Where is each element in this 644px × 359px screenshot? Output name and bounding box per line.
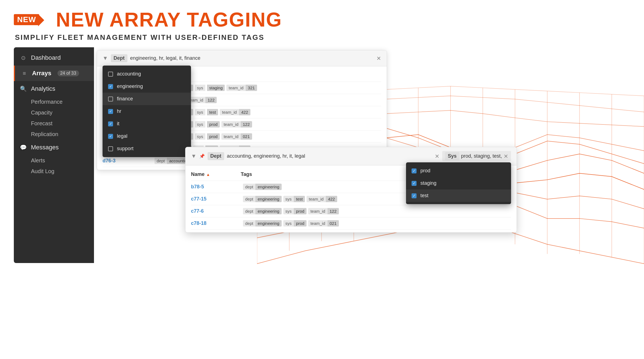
panel1-filter-bar: ▼ Dept engineering, hr, legal, it, finan… bbox=[97, 50, 387, 66]
sidebar-label-dashboard: Dashboard bbox=[31, 54, 61, 61]
dropdown-label-it: it bbox=[117, 121, 119, 127]
sidebar-item-analytics[interactable]: 🔍 Analytics bbox=[14, 81, 94, 97]
filter-icon-1: ▼ bbox=[103, 55, 108, 61]
page-title: NEW ARRAY TAGGING bbox=[56, 8, 282, 31]
row-name-c78-18-p2[interactable]: c78-18 bbox=[191, 220, 241, 226]
tag-teamid-b78-5: team_id321 bbox=[226, 85, 257, 91]
sidebar-sub-replication[interactable]: Replication bbox=[31, 129, 94, 140]
tag-sys-c77-15: sys bbox=[195, 109, 206, 115]
dropdown-item-engineering[interactable]: ✓ engineering bbox=[103, 80, 191, 93]
checkbox-it[interactable]: ✓ bbox=[108, 121, 113, 126]
row-name-c77-15-p2[interactable]: c77-15 bbox=[191, 196, 241, 202]
analytics-submenu: Performance Capacity Forecast Replicatio… bbox=[14, 97, 94, 140]
sidebar-item-arrays[interactable]: ≡ Arrays 24 of 33 bbox=[14, 66, 94, 81]
dropdown-item-staging[interactable]: ✓ staging bbox=[406, 177, 511, 189]
checkbox-finance[interactable] bbox=[108, 97, 113, 102]
messages-icon: 💬 bbox=[19, 144, 27, 151]
analytics-icon: 🔍 bbox=[19, 85, 27, 93]
panel-2: ▼ 📌 Dept accounting, engineering, hr, it… bbox=[185, 147, 517, 233]
sidebar-label-arrays: Arrays bbox=[32, 70, 51, 77]
tag-sys-c77-6: sys bbox=[195, 121, 206, 128]
dropdown-label-support: support bbox=[117, 146, 133, 152]
tags-row-c77-6-p2: deptengineering sysprod team_id122 bbox=[243, 208, 339, 214]
sidebar-label-analytics: Analytics bbox=[31, 85, 55, 92]
dept-filter-key-2: Dept bbox=[208, 152, 224, 160]
sidebar: ⊙ Dashboard ≡ Arrays 24 of 33 🔍 Analytic… bbox=[14, 47, 94, 263]
tag-teamid-c77-6: team_id122 bbox=[221, 121, 252, 128]
sys-filter-container: Sys prod, staging, test, ✕ bbox=[442, 151, 511, 161]
tag-teamid-c77-15-p2: team_id422 bbox=[307, 196, 337, 202]
checkbox-engineering[interactable]: ✓ bbox=[108, 84, 113, 89]
checkbox-accounting[interactable] bbox=[108, 72, 113, 77]
tag-teamid-c78-18-p1: team_id021 bbox=[221, 133, 252, 140]
sidebar-sub-forecast[interactable]: Forecast bbox=[31, 118, 94, 129]
tag-sys-b78-5: sys bbox=[195, 85, 206, 91]
sys-filter-close[interactable]: ✕ bbox=[504, 153, 508, 160]
tag-prod-c78-18-p1: prod bbox=[207, 133, 220, 140]
tags-row-c77-15-p2: deptengineering systest team_id422 bbox=[243, 196, 337, 202]
row-name-c77-6-p2[interactable]: c77-6 bbox=[191, 208, 241, 214]
tag-dept-c77-15-p2: deptengineering bbox=[243, 196, 282, 202]
arrays-badge: 24 of 33 bbox=[57, 70, 79, 76]
tags-row-b78-5-p2: deptengineering bbox=[243, 184, 282, 190]
content-area: ⊙ Dashboard ≡ Arrays 24 of 33 🔍 Analytic… bbox=[0, 47, 644, 359]
sys-filter-value: prod, staging, test, bbox=[461, 153, 502, 159]
tag-sys-c77-6-p2: sysprod bbox=[283, 208, 307, 214]
dropdown-item-prod[interactable]: ✓ prod bbox=[406, 165, 511, 177]
dropdown-item-legal[interactable]: ✓ legal bbox=[103, 130, 191, 142]
dropdown-label-engineering: engineering bbox=[117, 84, 143, 89]
pin-icon-2: 📌 bbox=[199, 154, 205, 159]
dropdown-item-hr[interactable]: ✓ hr bbox=[103, 105, 191, 118]
dropdown-item-support[interactable]: support bbox=[103, 142, 191, 155]
dropdown-item-test[interactable]: ✓ test bbox=[406, 189, 511, 202]
tag-dept-c78-18-p2: deptengineering bbox=[243, 220, 282, 227]
sidebar-sub-capacity[interactable]: Capacity bbox=[31, 107, 94, 118]
sort-arrow-2[interactable]: ▲ bbox=[206, 172, 210, 177]
panel1-dropdown: accounting ✓ engineering finance ✓ hr ✓ … bbox=[103, 66, 191, 157]
sidebar-sub-performance[interactable]: Performance bbox=[31, 97, 94, 107]
new-badge: NEW bbox=[14, 14, 39, 25]
dropdown-label-legal: legal bbox=[117, 133, 127, 139]
checkbox-hr[interactable]: ✓ bbox=[108, 109, 113, 114]
tag-teamid-c78-18-p2: team_id021 bbox=[308, 220, 339, 227]
tag-sys-c77-15-p2: systest bbox=[283, 196, 305, 202]
dropdown-item-accounting[interactable]: accounting bbox=[103, 68, 191, 80]
tag-dept-b78-5-p2: deptengineering bbox=[243, 184, 282, 190]
dept-filter-key-1: Dept bbox=[111, 54, 127, 62]
sidebar-sub-alerts[interactable]: Alerts bbox=[31, 155, 94, 166]
col-name-label-2: Name bbox=[191, 171, 205, 177]
dropdown-label-hr: hr bbox=[117, 108, 121, 114]
table-row: c78-18 deptengineering sysprod team_id02… bbox=[191, 217, 511, 230]
dropdown-item-it[interactable]: ✓ it bbox=[103, 118, 191, 130]
arrays-icon: ≡ bbox=[20, 69, 28, 77]
dropdown-label-test: test bbox=[420, 193, 428, 199]
tag-teamid-c77-6-p2: team_id122 bbox=[308, 208, 339, 214]
page-subtitle: SIMPLIFY FLEET MANAGEMENT WITH USER-DEFI… bbox=[15, 33, 630, 42]
row-name-b78-5-p2[interactable]: b78-5 bbox=[191, 184, 241, 190]
sys-filter-key: Sys bbox=[445, 152, 459, 160]
tag-dept-c77-6-p2: deptengineering bbox=[243, 208, 282, 214]
checkbox-legal[interactable]: ✓ bbox=[108, 134, 113, 139]
tag-sys-c78-18-p2: sysprod bbox=[283, 220, 307, 227]
sidebar-item-messages[interactable]: 💬 Messages bbox=[14, 140, 94, 155]
checkbox-test[interactable]: ✓ bbox=[412, 193, 417, 198]
sidebar-item-dashboard[interactable]: ⊙ Dashboard bbox=[14, 50, 94, 66]
dept-filter-value-1: engineering, hr, legal, it, finance bbox=[130, 55, 374, 61]
dept-filter-close-1[interactable]: ✕ bbox=[376, 55, 381, 62]
panels-area: ▼ Dept engineering, hr, legal, it, finan… bbox=[94, 47, 644, 359]
dashboard-icon: ⊙ bbox=[19, 54, 27, 62]
dropdown-item-finance[interactable]: finance bbox=[103, 93, 191, 105]
header-section: NEW NEW ARRAY TAGGING SIMPLIFY FLEET MAN… bbox=[0, 0, 644, 47]
checkbox-support[interactable] bbox=[108, 146, 113, 151]
tag-prod-c77-6: prod bbox=[207, 121, 220, 128]
filter-icon-2: ▼ bbox=[191, 153, 197, 159]
checkbox-prod[interactable]: ✓ bbox=[412, 168, 417, 173]
tag-sys-c78-18-p1: sys bbox=[195, 133, 206, 140]
sidebar-sub-audit-log[interactable]: Audit Log bbox=[31, 166, 94, 177]
panel2-dropdown: ✓ prod ✓ staging ✓ test bbox=[406, 162, 511, 204]
dropdown-label-accounting: accounting bbox=[117, 71, 141, 77]
checkbox-staging[interactable]: ✓ bbox=[412, 181, 417, 186]
dept-filter-close-2[interactable]: ✕ bbox=[435, 153, 439, 160]
row-name-d76-3[interactable]: d76-3 bbox=[103, 158, 152, 164]
sidebar-label-messages: Messages bbox=[31, 144, 59, 151]
